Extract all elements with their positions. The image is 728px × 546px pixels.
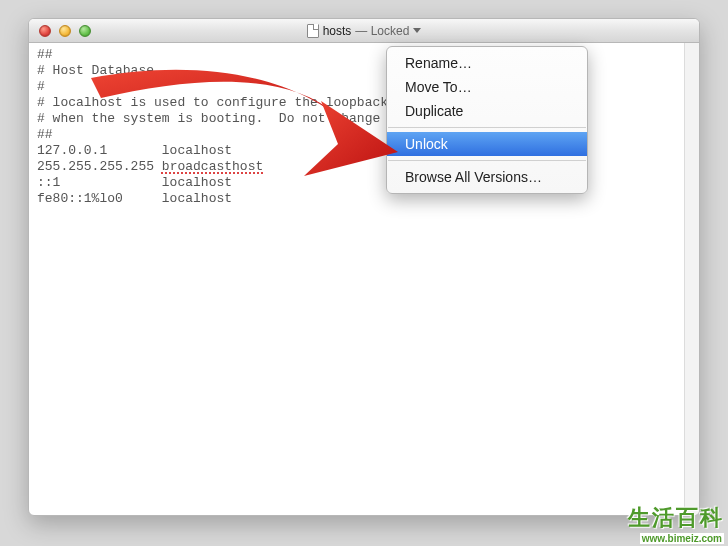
menu-item-unlock[interactable]: Unlock bbox=[387, 132, 587, 156]
window-status[interactable]: — Locked bbox=[355, 24, 421, 38]
chevron-down-icon bbox=[413, 28, 421, 33]
menu-item-move-to[interactable]: Move To… bbox=[387, 75, 587, 99]
vertical-scrollbar[interactable] bbox=[684, 43, 699, 515]
menu-item-browse-all-versions[interactable]: Browse All Versions… bbox=[387, 165, 587, 189]
document-icon bbox=[307, 24, 319, 38]
title-dropdown-menu: Rename…Move To…DuplicateUnlockBrowse All… bbox=[386, 46, 588, 194]
menu-separator bbox=[388, 160, 586, 161]
watermark: 生活百科 www.bimeiz.com bbox=[628, 503, 724, 544]
spellcheck-underline: broadcasthost bbox=[162, 159, 263, 174]
menu-separator bbox=[388, 127, 586, 128]
window-titlebar: hosts — Locked bbox=[29, 19, 699, 43]
watermark-url: www.bimeiz.com bbox=[640, 533, 724, 544]
menu-item-duplicate[interactable]: Duplicate bbox=[387, 99, 587, 123]
window-filename: hosts bbox=[323, 24, 352, 38]
title-center[interactable]: hosts — Locked bbox=[29, 19, 699, 42]
menu-item-rename[interactable]: Rename… bbox=[387, 51, 587, 75]
text-editor-window: hosts — Locked ### Host Database## local… bbox=[28, 18, 700, 516]
watermark-text: 生活百科 bbox=[628, 503, 724, 533]
